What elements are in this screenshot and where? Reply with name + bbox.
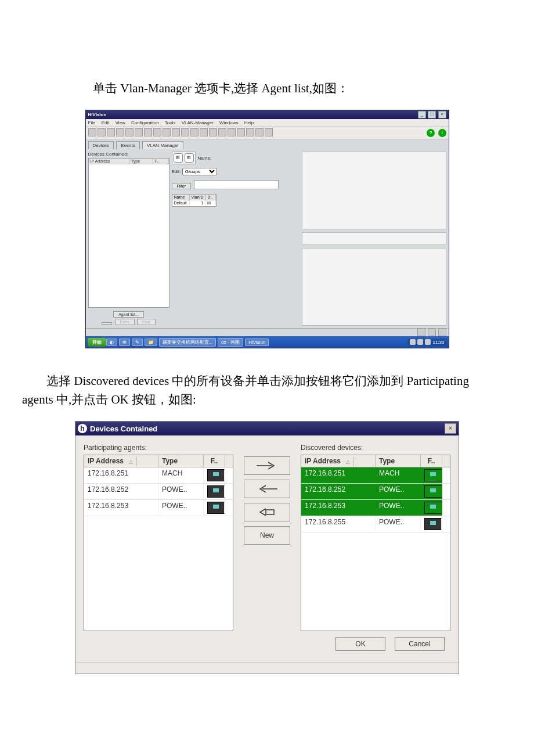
col-f[interactable]: F.. (421, 455, 442, 467)
menu-view[interactable]: View (116, 120, 125, 125)
close-icon[interactable]: × (438, 111, 446, 118)
mode-icon[interactable]: ⊞ (174, 153, 183, 163)
toolbar-icon[interactable] (209, 128, 217, 136)
quicklaunch-icon[interactable]: 📁 (145, 339, 157, 346)
taskbar-item[interactable]: HiVision (245, 339, 269, 346)
start-button[interactable]: 开始 (88, 338, 106, 347)
add-all-button[interactable] (244, 503, 290, 521)
dialog-title: Devices Contained (90, 424, 157, 433)
cancel-button[interactable]: Cancel (395, 637, 445, 651)
device-icon (424, 518, 442, 530)
taskbar-item[interactable]: 05 - 画图 (218, 338, 243, 347)
windows-taskbar: 开始 ◐ ✉ ✎ 📁 赫斯曼交换机网络配置... 05 - 画图 HiVisio… (86, 336, 449, 348)
menu-file[interactable]: File (88, 120, 96, 125)
transfer-buttons: New (241, 444, 293, 631)
table-row[interactable]: Default 1 ☒ (172, 200, 216, 206)
toolbar-icon[interactable] (88, 128, 96, 136)
add-button[interactable] (244, 480, 290, 498)
toolbar-icon[interactable] (116, 128, 124, 136)
tab-devices[interactable]: Devices (88, 141, 114, 149)
quicklaunch-icon[interactable]: ◐ (106, 339, 117, 346)
info-icon[interactable]: i (438, 129, 446, 137)
col-f[interactable]: F.. (204, 455, 225, 467)
col-vlanid[interactable]: VlanID (190, 195, 206, 200)
tray-icon[interactable] (410, 339, 416, 345)
toolbar-icon[interactable] (190, 128, 199, 136)
toolbar-icon[interactable] (107, 128, 115, 136)
quicklaunch-icon[interactable]: ✉ (119, 339, 130, 346)
ok-button[interactable]: OK (335, 637, 385, 651)
agent-list-button[interactable]: Agent list... (113, 311, 144, 318)
toolbar-icon[interactable] (153, 128, 161, 136)
close-icon[interactable]: × (445, 423, 456, 434)
status-icon (438, 329, 446, 336)
toolbar-icon[interactable] (265, 128, 273, 136)
toolbar-icon[interactable] (125, 128, 134, 136)
menu-tools[interactable]: Tools (165, 120, 176, 125)
main-tabs: Devices Events VLAN-Manager (86, 139, 449, 149)
toolbar-icon[interactable] (200, 128, 208, 136)
vlan-table[interactable]: Name VlanID D.. Default 1 ☒ (172, 194, 217, 207)
col-ip[interactable]: IP Address (89, 159, 129, 164)
tab-vlan-manager[interactable]: VLAN-Manager (142, 141, 183, 149)
table-row[interactable]: 172.16.8.255POWE.. (301, 516, 450, 532)
panel-header: Devices Contained: (88, 152, 169, 157)
menu-vlan-manager[interactable]: VLAN-Manager (182, 120, 214, 125)
toolbar-icon[interactable] (228, 128, 236, 136)
table-header: IP Address △ Type F.. (84, 455, 233, 467)
tab-events[interactable]: Events (116, 141, 139, 149)
help-icon[interactable]: ? (427, 129, 435, 137)
quicklaunch-icon[interactable]: ✎ (132, 339, 143, 346)
col-ip[interactable]: IP Address △ (84, 455, 158, 467)
table-row[interactable]: 172.16.8.252POWE.. (84, 484, 233, 500)
table-row[interactable]: 172.16.8.251MACH (301, 467, 450, 484)
col-ip[interactable]: IP Address △ (301, 455, 376, 467)
col-name[interactable]: Name (172, 195, 190, 200)
table-row[interactable]: 172.16.8.251MACH (84, 467, 233, 484)
remove-button[interactable] (244, 456, 290, 475)
cell-type: POWE.. (158, 484, 204, 499)
table-row[interactable]: 172.16.8.252POWE.. (301, 484, 450, 500)
menu-help[interactable]: Help (244, 120, 254, 125)
col-type[interactable]: Type (129, 159, 153, 164)
tray-icon[interactable] (417, 339, 423, 345)
table-row[interactable]: 172.16.8.253POWE.. (84, 500, 233, 516)
preview-pane (302, 152, 446, 229)
toolbar-icon[interactable] (172, 128, 180, 136)
minimize-icon[interactable]: _ (418, 111, 426, 118)
toolbar-icon[interactable] (144, 128, 152, 136)
col-f[interactable]: F.. (153, 159, 169, 164)
toolbar-icon[interactable] (218, 128, 226, 136)
table-row[interactable]: 172.16.8.253POWE.. (301, 500, 450, 516)
discovered-table[interactable]: IP Address △ Type F.. 172.16.8.251MACH17… (301, 455, 450, 631)
tray-icon[interactable] (425, 339, 431, 345)
toolbar-icon[interactable] (246, 128, 254, 136)
menu-edit[interactable]: Edit (102, 120, 110, 125)
toolbar-icon[interactable] (163, 128, 171, 136)
filter-button[interactable]: Filter (172, 183, 192, 189)
menu-configuration[interactable]: Configuration (131, 120, 159, 125)
toolbar-icon[interactable] (98, 128, 106, 136)
col-d[interactable]: D.. (206, 195, 216, 200)
col-type[interactable]: Type (158, 455, 204, 467)
new-button[interactable]: New (244, 526, 290, 545)
participating-label: Participating agents: (84, 444, 233, 452)
col-type[interactable]: Type (376, 455, 421, 467)
toolbar-icon[interactable] (135, 128, 143, 136)
participating-table[interactable]: IP Address △ Type F.. 172.16.8.251MACH17… (84, 455, 233, 631)
cell-icon (204, 500, 225, 516)
edit-select[interactable]: Groups (182, 168, 217, 175)
filter-input[interactable] (194, 180, 279, 189)
device-icon (207, 502, 225, 514)
devices-table[interactable]: IP Address Type F.. (88, 158, 169, 308)
instruction-paragraph-1: 单击 Vlan-Manager 选项卡,选择 Agent list,如图： (68, 79, 466, 98)
menu-windows[interactable]: Windows (219, 120, 238, 125)
maximize-icon[interactable]: □ (428, 111, 436, 118)
participating-agents-panel: Participating agents: IP Address △ Type … (84, 444, 233, 631)
taskbar-item[interactable]: 赫斯曼交换机网络配置... (159, 338, 217, 347)
toolbar-icon[interactable] (181, 128, 189, 136)
cell-ip: 172.16.8.253 (84, 500, 158, 516)
mode-icon[interactable]: ⊞ (185, 153, 194, 163)
toolbar-icon[interactable] (255, 128, 264, 136)
toolbar-icon[interactable] (237, 128, 245, 136)
